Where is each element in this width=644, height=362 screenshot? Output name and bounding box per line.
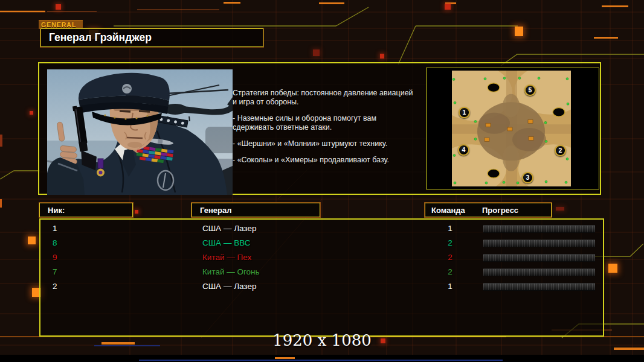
player-general: Китай — Огонь [202,267,260,276]
player-rows: 1 США — Лазер 1 8 США — ВВС 2 9 Китай — … [40,221,603,294]
player-team: 1 [441,224,459,233]
player-general: Китай — Пех [202,253,251,262]
strategy-paragraph: Стратегия победы: постоянное давление ав… [233,89,432,107]
map-start-position: 2 [555,145,566,156]
player-progress-bar [483,254,595,262]
column-header-team-progress: Команда Прогресс [425,203,552,217]
minimap-terrain [452,71,571,186]
player-row: 1 США — Лазер 1 [40,221,603,236]
alert-node [135,210,138,214]
player-row: 9 Китай — Пех 2 [40,250,603,265]
alert-node [30,111,33,115]
player-progress-bar [483,240,595,247]
strategy-paragraph: - Наземные силы и оборона помогут вам сд… [233,114,432,132]
circuit-trace [224,2,240,4]
map-start-position: 3 [522,172,533,183]
header-progress-label: Прогресс [482,206,518,215]
player-general: США — Лазер [202,224,256,233]
alert-node [445,4,451,10]
minimap: 1 2 3 4 5 [452,71,571,186]
circuit-node [515,27,523,36]
minimap-panel: 1 2 3 4 5 [426,68,599,189]
circuit-trace [275,357,295,359]
player-row: 8 США — ВВС 2 [40,236,603,250]
strategy-paragraph: - «Шершни» и «Молнии» штурмуют технику. [233,139,432,148]
general-name: Генерал Грэйнджер [41,29,263,46]
circuit-trace [319,2,344,4]
general-info-panel: Стратегия победы: постоянное давление ав… [38,62,601,195]
player-progress-bar [483,283,595,291]
map-start-position: 1 [459,107,470,118]
circuit-node [608,264,617,273]
circuit-trace [0,135,2,147]
resolution-label: 1920 x 1080 [0,331,644,349]
player-nick: 8 [53,238,57,247]
general-portrait [47,69,233,195]
map-start-position: 4 [458,144,469,156]
player-row: 2 США — Лазер 1 [40,279,603,294]
header-nick-label: Ник: [48,206,65,215]
alert-node [56,4,61,10]
player-progress-bar [483,225,595,233]
player-team: 2 [441,238,459,247]
general-name-box: Генерал Грэйнджер [40,28,263,47]
player-row: 7 Китай — Огонь 2 [40,265,603,279]
player-general: США — ВВС [202,238,250,247]
circuit-trace [602,5,628,7]
circuit-node [28,237,36,244]
alert-node [313,49,320,56]
player-table: 1 США — Лазер 1 8 США — ВВС 2 9 Китай — … [39,218,604,337]
alert-node [380,54,384,59]
player-general: США — Лазер [202,282,256,291]
header-general-label: Генерал [200,206,231,215]
player-nick: 2 [53,282,57,291]
loading-screen: GENERAL Генерал Грэйнджер [0,0,644,362]
player-nick: 1 [53,224,57,233]
strategy-paragraph: - «Соколы» и «Химеры» продавливают базу. [233,156,432,165]
column-header-nick: Ник: [39,203,133,217]
player-progress-bar [483,268,595,276]
circuit-trace [594,37,618,39]
player-team: 1 [441,282,459,291]
player-nick: 9 [53,253,57,262]
player-team: 2 [441,267,459,276]
tab-general: GENERAL [39,20,83,29]
strategy-text: Стратегия победы: постоянное давление ав… [233,89,432,172]
column-header-general: Генерал [192,203,320,217]
player-nick: 7 [53,267,57,276]
header-team-label: Команда [431,206,465,215]
map-start-position: 5 [524,84,536,96]
alert-node [556,207,564,211]
tab-general-label: GENERAL [41,21,76,28]
circuit-trace [0,199,2,208]
player-team: 2 [441,253,459,262]
